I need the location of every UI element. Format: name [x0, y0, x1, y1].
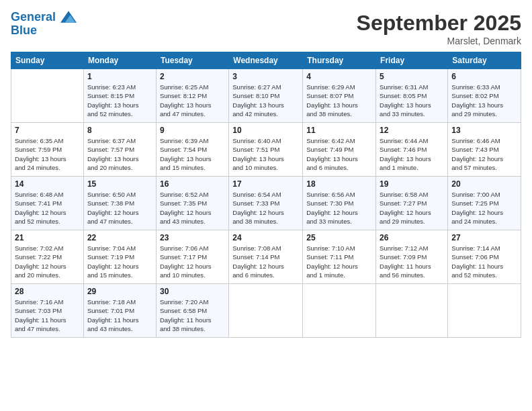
day-number: 16	[160, 179, 225, 189]
table-cell: 25Sunrise: 7:10 AM Sunset: 7:11 PM Dayli…	[303, 230, 376, 284]
day-number: 20	[451, 179, 517, 189]
table-cell: 6Sunrise: 6:33 AM Sunset: 8:02 PM Daylig…	[448, 69, 521, 123]
day-info: Sunrise: 6:35 AM Sunset: 7:59 PM Dayligh…	[15, 136, 80, 172]
day-info: Sunrise: 6:52 AM Sunset: 7:35 PM Dayligh…	[160, 190, 225, 226]
day-info: Sunrise: 7:18 AM Sunset: 7:01 PM Dayligh…	[87, 298, 152, 333]
day-number: 19	[380, 179, 444, 189]
day-info: Sunrise: 6:33 AM Sunset: 8:02 PM Dayligh…	[451, 83, 517, 118]
day-info: Sunrise: 7:16 AM Sunset: 7:03 PM Dayligh…	[15, 298, 80, 333]
day-info: Sunrise: 6:39 AM Sunset: 7:54 PM Dayligh…	[160, 136, 225, 172]
day-info: Sunrise: 6:44 AM Sunset: 7:46 PM Dayligh…	[380, 136, 444, 172]
day-number: 6	[451, 72, 517, 81]
day-info: Sunrise: 6:48 AM Sunset: 7:41 PM Dayligh…	[15, 190, 80, 226]
day-number: 25	[306, 233, 372, 242]
table-cell: 9Sunrise: 6:39 AM Sunset: 7:54 PM Daylig…	[156, 123, 228, 177]
day-info: Sunrise: 7:04 AM Sunset: 7:19 PM Dayligh…	[87, 244, 152, 279]
day-info: Sunrise: 6:54 AM Sunset: 7:33 PM Dayligh…	[232, 190, 299, 226]
table-cell: 22Sunrise: 7:04 AM Sunset: 7:19 PM Dayli…	[83, 230, 156, 284]
day-number: 15	[87, 179, 152, 189]
day-number: 21	[15, 233, 80, 242]
table-cell: 7Sunrise: 6:35 AM Sunset: 7:59 PM Daylig…	[11, 123, 84, 177]
table-cell: 14Sunrise: 6:48 AM Sunset: 7:41 PM Dayli…	[11, 177, 84, 230]
table-cell: 16Sunrise: 6:52 AM Sunset: 7:35 PM Dayli…	[156, 177, 228, 230]
day-number: 14	[15, 179, 80, 189]
day-number: 28	[15, 287, 80, 296]
day-info: Sunrise: 7:06 AM Sunset: 7:17 PM Dayligh…	[160, 244, 225, 279]
header-thursday: Thursday	[303, 52, 376, 69]
day-info: Sunrise: 6:23 AM Sunset: 8:15 PM Dayligh…	[87, 83, 152, 118]
table-cell	[303, 284, 376, 338]
table-cell: 4Sunrise: 6:29 AM Sunset: 8:07 PM Daylig…	[303, 69, 376, 123]
day-number: 3	[232, 72, 299, 81]
table-cell: 21Sunrise: 7:02 AM Sunset: 7:22 PM Dayli…	[11, 230, 84, 284]
day-number: 29	[87, 287, 152, 296]
day-info: Sunrise: 6:29 AM Sunset: 8:07 PM Dayligh…	[306, 83, 372, 118]
day-number: 18	[306, 179, 372, 189]
day-number: 17	[232, 179, 299, 189]
table-cell	[229, 284, 303, 338]
header-monday: Monday	[83, 52, 156, 69]
days-header-row: Sunday Monday Tuesday Wednesday Thursday…	[11, 52, 521, 69]
header-sunday: Sunday	[11, 52, 84, 69]
day-number: 5	[380, 72, 444, 81]
day-info: Sunrise: 7:14 AM Sunset: 7:06 PM Dayligh…	[451, 244, 517, 279]
day-info: Sunrise: 7:02 AM Sunset: 7:22 PM Dayligh…	[15, 244, 80, 279]
table-cell: 10Sunrise: 6:40 AM Sunset: 7:51 PM Dayli…	[229, 123, 303, 177]
table-cell: 26Sunrise: 7:12 AM Sunset: 7:09 PM Dayli…	[376, 230, 448, 284]
header-friday: Friday	[376, 52, 448, 69]
day-info: Sunrise: 6:58 AM Sunset: 7:27 PM Dayligh…	[380, 190, 444, 226]
day-number: 27	[451, 233, 517, 242]
month-title: September 2025	[357, 11, 521, 36]
week-row-4: 21Sunrise: 7:02 AM Sunset: 7:22 PM Dayli…	[11, 230, 521, 284]
day-info: Sunrise: 6:50 AM Sunset: 7:38 PM Dayligh…	[87, 190, 152, 226]
table-cell: 12Sunrise: 6:44 AM Sunset: 7:46 PM Dayli…	[376, 123, 448, 177]
day-info: Sunrise: 7:12 AM Sunset: 7:09 PM Dayligh…	[380, 244, 444, 279]
table-cell	[448, 284, 521, 338]
table-cell	[376, 284, 448, 338]
page-header: General Blue September 2025 Marslet, Den…	[11, 11, 521, 46]
table-cell: 24Sunrise: 7:08 AM Sunset: 7:14 PM Dayli…	[229, 230, 303, 284]
title-block: September 2025 Marslet, Denmark	[357, 11, 521, 46]
table-cell: 5Sunrise: 6:31 AM Sunset: 8:05 PM Daylig…	[376, 69, 448, 123]
day-info: Sunrise: 6:27 AM Sunset: 8:10 PM Dayligh…	[232, 83, 299, 118]
day-number: 9	[160, 126, 225, 135]
day-number: 12	[380, 126, 444, 135]
day-info: Sunrise: 7:20 AM Sunset: 6:58 PM Dayligh…	[160, 298, 225, 333]
day-info: Sunrise: 6:31 AM Sunset: 8:05 PM Dayligh…	[380, 83, 444, 118]
week-row-5: 28Sunrise: 7:16 AM Sunset: 7:03 PM Dayli…	[11, 284, 521, 338]
day-number: 2	[160, 72, 225, 81]
day-info: Sunrise: 7:00 AM Sunset: 7:25 PM Dayligh…	[451, 190, 517, 226]
table-cell: 29Sunrise: 7:18 AM Sunset: 7:01 PM Dayli…	[83, 284, 156, 338]
table-cell: 28Sunrise: 7:16 AM Sunset: 7:03 PM Dayli…	[11, 284, 84, 338]
day-info: Sunrise: 7:10 AM Sunset: 7:11 PM Dayligh…	[306, 244, 372, 279]
table-cell: 11Sunrise: 6:42 AM Sunset: 7:49 PM Dayli…	[303, 123, 376, 177]
table-cell: 8Sunrise: 6:37 AM Sunset: 7:57 PM Daylig…	[83, 123, 156, 177]
day-number: 26	[380, 233, 444, 242]
day-number: 4	[306, 72, 372, 81]
day-number: 22	[87, 233, 152, 242]
day-number: 7	[15, 126, 80, 135]
location: Marslet, Denmark	[357, 36, 521, 46]
header-saturday: Saturday	[448, 52, 521, 69]
table-cell: 20Sunrise: 7:00 AM Sunset: 7:25 PM Dayli…	[448, 177, 521, 230]
table-cell: 19Sunrise: 6:58 AM Sunset: 7:27 PM Dayli…	[376, 177, 448, 230]
day-number: 10	[232, 126, 299, 135]
day-number: 30	[160, 287, 225, 296]
header-tuesday: Tuesday	[156, 52, 228, 69]
day-info: Sunrise: 7:08 AM Sunset: 7:14 PM Dayligh…	[232, 244, 299, 279]
week-row-1: 1Sunrise: 6:23 AM Sunset: 8:15 PM Daylig…	[11, 69, 521, 123]
header-wednesday: Wednesday	[229, 52, 303, 69]
table-cell: 17Sunrise: 6:54 AM Sunset: 7:33 PM Dayli…	[229, 177, 303, 230]
day-number: 23	[160, 233, 225, 242]
logo-text: General	[11, 11, 77, 24]
calendar-table: Sunday Monday Tuesday Wednesday Thursday…	[11, 52, 521, 338]
table-cell	[11, 69, 84, 123]
table-cell: 23Sunrise: 7:06 AM Sunset: 7:17 PM Dayli…	[156, 230, 228, 284]
table-cell: 3Sunrise: 6:27 AM Sunset: 8:10 PM Daylig…	[229, 69, 303, 123]
week-row-2: 7Sunrise: 6:35 AM Sunset: 7:59 PM Daylig…	[11, 123, 521, 177]
table-cell: 1Sunrise: 6:23 AM Sunset: 8:15 PM Daylig…	[83, 69, 156, 123]
day-number: 8	[87, 126, 152, 135]
table-cell: 15Sunrise: 6:50 AM Sunset: 7:38 PM Dayli…	[83, 177, 156, 230]
day-number: 11	[306, 126, 372, 135]
week-row-3: 14Sunrise: 6:48 AM Sunset: 7:41 PM Dayli…	[11, 177, 521, 230]
